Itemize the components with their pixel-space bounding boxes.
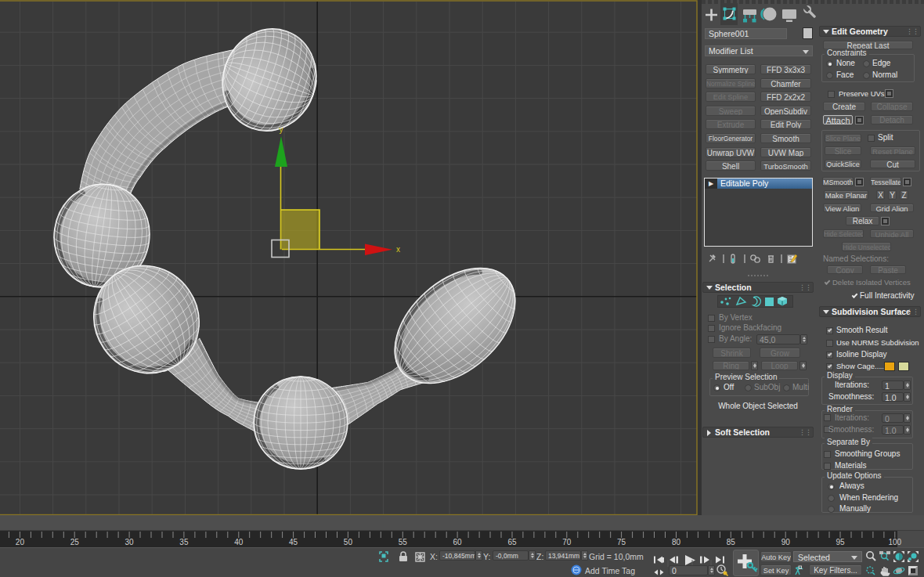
- svg-text:65: 65: [507, 538, 517, 546]
- svg-text:80: 80: [672, 538, 681, 546]
- svg-text:x: x: [396, 245, 400, 254]
- svg-text:70: 70: [562, 538, 572, 546]
- svg-text:y: y: [280, 125, 283, 134]
- svg-text:40: 40: [234, 538, 244, 546]
- svg-text:45: 45: [289, 538, 298, 546]
- svg-text:85: 85: [727, 538, 736, 546]
- svg-text:35: 35: [179, 538, 189, 546]
- svg-text:60: 60: [453, 538, 463, 546]
- svg-text:95: 95: [836, 538, 845, 546]
- svg-text:50: 50: [344, 538, 353, 546]
- svg-text:30: 30: [125, 538, 135, 546]
- svg-text:25: 25: [70, 538, 80, 546]
- svg-text:90: 90: [781, 538, 791, 546]
- svg-text:75: 75: [617, 538, 626, 546]
- svg-text:55: 55: [399, 538, 408, 546]
- svg-text:100: 100: [888, 538, 901, 546]
- svg-text:20: 20: [16, 538, 25, 546]
